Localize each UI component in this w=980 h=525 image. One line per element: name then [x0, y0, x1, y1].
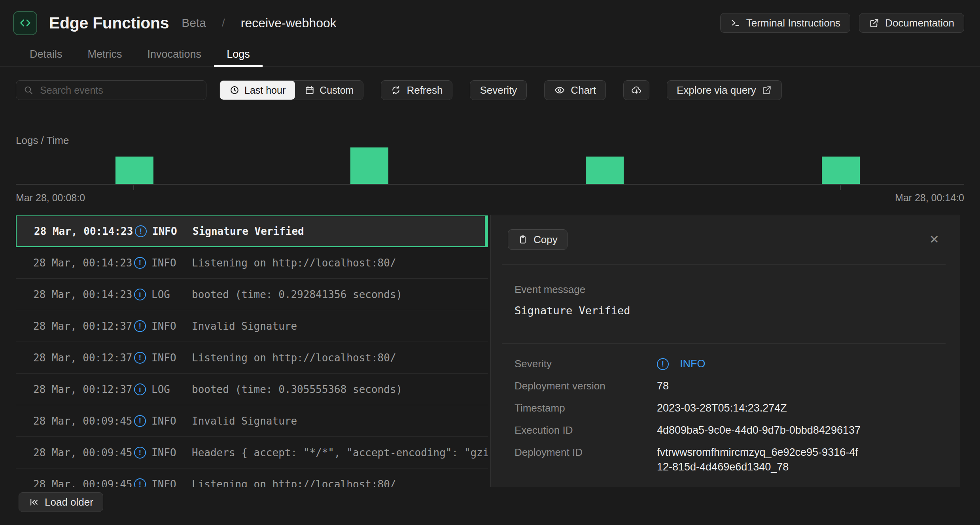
log-event-list: 28 Mar, 00:14:23 ! INFO Signature Verifi…: [16, 215, 488, 487]
calendar-icon: [305, 85, 315, 95]
log-detail-panel: Copy ✕ Event message Signature Verified …: [490, 215, 959, 487]
log-row[interactable]: 28 Mar, 00:12:37 i LOG booted (time: 0.3…: [16, 374, 488, 405]
log-row[interactable]: 28 Mar, 00:14:23 ! INFO Listening on htt…: [16, 247, 488, 279]
log-row[interactable]: 28 Mar, 00:09:45 ! INFO Invalid Signatur…: [16, 405, 488, 437]
metadata-label: Deployment ID: [515, 445, 657, 474]
log-message: Signature Verified: [193, 225, 304, 237]
chart-axis-labels: Mar 28, 00:08:0 Mar 28, 00:14:0: [16, 192, 964, 204]
log-message: Headers { accept: "*/*", "accept-encodin…: [192, 447, 488, 459]
copy-label: Copy: [534, 234, 558, 246]
metadata-label: Execution ID: [515, 423, 657, 438]
log-timestamp: 28 Mar, 00:09:45: [33, 415, 134, 427]
detail-panel-header: Copy ✕: [491, 215, 959, 250]
refresh-icon: [391, 85, 401, 95]
severity-icon: !: [134, 352, 146, 364]
metadata-section: Severity ! INFO Deployment version 78 Ti…: [491, 344, 959, 474]
load-older-label: Load older: [45, 496, 93, 508]
severity-filter-button[interactable]: Severity: [470, 80, 527, 100]
terminal-instructions-button[interactable]: Terminal Instructions: [720, 13, 850, 33]
explore-via-query-button[interactable]: Explore via query: [667, 80, 782, 100]
log-message: booted (time: 0.305555368 seconds): [192, 383, 402, 395]
clipboard-icon: [518, 234, 528, 245]
severity-icon: !: [135, 225, 147, 237]
clock-icon: [229, 85, 240, 95]
chart-bar: [586, 157, 624, 184]
tabs: DetailsMetricsInvocationsLogs: [0, 36, 980, 66]
severity-field-value: ! INFO: [657, 357, 863, 371]
last-hour-label: Last hour: [244, 85, 286, 96]
axis-start-label: Mar 28, 00:08:0: [16, 192, 85, 204]
search-input[interactable]: [39, 84, 199, 96]
log-message: Invalid Signature: [192, 320, 297, 332]
beta-badge: Beta: [182, 16, 206, 30]
page-title: Edge Functions: [49, 14, 169, 32]
log-message: Invalid Signature: [192, 415, 297, 427]
close-icon[interactable]: ✕: [929, 234, 939, 246]
chart-bar: [822, 157, 860, 184]
axis-end-label: Mar 28, 00:14:0: [895, 192, 964, 204]
metadata-row: Deployment ID fvtrwwsromfhmircmzyq_6e92c…: [515, 445, 935, 474]
tab[interactable]: Metrics: [88, 48, 122, 66]
severity-icon: !: [134, 447, 146, 459]
code-brackets-icon: [19, 16, 32, 30]
time-range-custom[interactable]: Custom: [295, 81, 363, 100]
explore-via-query-label: Explore via query: [677, 84, 756, 96]
time-range-last-hour[interactable]: Last hour: [220, 81, 295, 100]
log-severity-label: INFO: [151, 447, 181, 459]
axis-tick: [133, 185, 134, 190]
severity-icon: !: [134, 478, 146, 487]
log-timestamp: 28 Mar, 00:09:45: [33, 447, 134, 459]
time-range-segmented-control: Last hour Custom: [219, 80, 363, 100]
event-message-label: Event message: [515, 283, 935, 296]
log-timestamp: 28 Mar, 00:09:45: [33, 478, 134, 487]
external-link-icon: [869, 18, 880, 28]
search-box[interactable]: [16, 80, 206, 100]
tabs-bar: DetailsMetricsInvocationsLogs: [0, 36, 980, 67]
tab[interactable]: Invocations: [148, 48, 202, 66]
chart-bar: [350, 147, 388, 184]
download-logs-button[interactable]: [623, 80, 649, 100]
breadcrumb-function-name: receive-webhook: [241, 16, 337, 30]
metadata-row: Deployment version 78: [515, 379, 935, 393]
load-older-button[interactable]: Load older: [19, 492, 103, 512]
copy-button[interactable]: Copy: [508, 229, 568, 250]
log-severity-label: INFO: [151, 320, 181, 332]
tab[interactable]: Logs: [227, 48, 250, 66]
skip-back-icon: [28, 497, 39, 508]
metadata-row: Timestamp 2023-03-28T05:14:23.274Z: [515, 401, 935, 415]
event-message-value: Signature Verified: [515, 304, 935, 317]
log-row[interactable]: 28 Mar, 00:09:45 ! INFO Headers { accept…: [16, 437, 488, 468]
chart-toggle-button[interactable]: Chart: [544, 80, 606, 100]
header-actions: Terminal Instructions Documentation: [720, 13, 964, 33]
log-row[interactable]: 28 Mar, 00:14:23 ! INFO Signature Verifi…: [16, 215, 488, 247]
search-icon: [23, 85, 34, 95]
log-timestamp: 28 Mar, 00:14:23: [34, 225, 135, 237]
severity-icon: !: [134, 415, 146, 427]
refresh-label: Refresh: [407, 84, 443, 96]
log-row[interactable]: 28 Mar, 00:09:45 ! INFO Listening on htt…: [16, 468, 488, 487]
log-row[interactable]: 28 Mar, 00:12:37 ! INFO Invalid Signatur…: [16, 310, 488, 342]
chart-title: Logs / Time: [16, 134, 964, 147]
log-severity-label: INFO: [151, 257, 181, 269]
severity-icon: i: [134, 289, 146, 300]
cloud-download-icon: [631, 85, 642, 96]
log-row[interactable]: 28 Mar, 00:12:37 ! INFO Listening on htt…: [16, 342, 488, 374]
log-row[interactable]: 28 Mar, 00:14:23 i LOG booted (time: 0.2…: [16, 279, 488, 310]
documentation-label: Documentation: [885, 17, 954, 29]
log-message: Listening on http://localhost:80/: [192, 478, 396, 487]
tab[interactable]: Details: [30, 48, 62, 66]
metadata-fields: Deployment version 78 Timestamp 2023-03-…: [515, 379, 935, 474]
log-timestamp: 28 Mar, 00:12:37: [33, 352, 134, 364]
severity-filter-label: Severity: [480, 84, 517, 96]
page-header: Edge Functions Beta / receive-webhook Te…: [0, 0, 980, 36]
metadata-value: fvtrwwsromfhmircmzyq_6e92ce95-9316-4f12-…: [657, 445, 863, 474]
log-message: Listening on http://localhost:80/: [192, 352, 396, 364]
external-link-icon: [762, 85, 772, 95]
refresh-button[interactable]: Refresh: [381, 80, 452, 100]
metadata-value: 4d809ba5-9c0e-44d0-9d7b-0bbd84296137: [657, 423, 863, 438]
chart-toggle-label: Chart: [571, 84, 596, 96]
metadata-label: Timestamp: [515, 401, 657, 415]
alert-circle-icon: !: [657, 358, 669, 370]
documentation-button[interactable]: Documentation: [859, 13, 964, 33]
log-message: booted (time: 0.292841356 seconds): [192, 289, 402, 300]
